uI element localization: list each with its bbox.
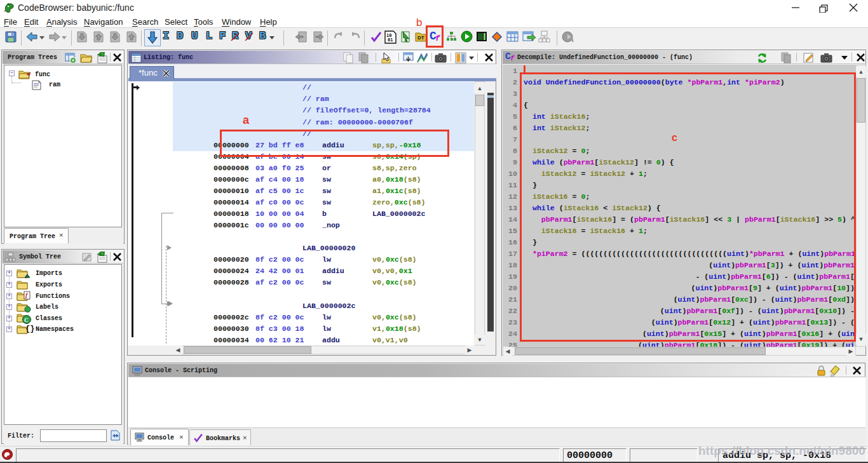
svg-text:DT: DT [417, 35, 424, 41]
svg-text:C: C [24, 317, 29, 323]
svg-text:01: 01 [388, 37, 393, 43]
